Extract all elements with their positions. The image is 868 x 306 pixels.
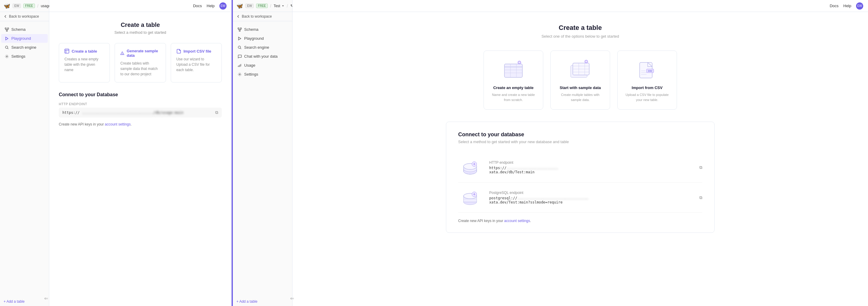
- right-connect-db-subtitle: Select a method to get started with your…: [458, 140, 702, 144]
- left-collapse-btn[interactable]: ⇐: [44, 296, 48, 301]
- right-sidebar-schema[interactable]: Schema: [234, 25, 291, 34]
- right-sidebar-playground[interactable]: Playground: [234, 34, 291, 43]
- right-sidebar-nav: Schema Playground Search engine Chat wit…: [233, 22, 292, 296]
- http-endpoint-label: HTTP endpoint: [489, 161, 692, 165]
- left-sidebar-nav: Schema Playground Search engine Settings: [0, 22, 49, 296]
- sidebar-item-search-engine[interactable]: Search engine: [1, 43, 48, 52]
- empty-table-icon-area: [489, 58, 538, 82]
- left-card-csv-desc: Use our wizard to Upload a CSV file for …: [177, 56, 216, 73]
- right-connect-db-section: Connect to your database Select a method…: [446, 121, 715, 233]
- svg-text:CSV: CSV: [648, 70, 652, 72]
- right-user-badge: EW: [245, 4, 254, 8]
- svg-marker-6: [6, 37, 8, 40]
- right-card-csv-desc: Upload a CSV file to populate your new t…: [622, 92, 672, 102]
- sidebar-item-schema[interactable]: Schema: [1, 25, 48, 34]
- left-card-sample-desc: Create tables with sample data that matc…: [120, 61, 160, 77]
- svg-point-8: [6, 56, 7, 57]
- svg-point-20: [239, 74, 240, 75]
- left-copy-icon[interactable]: ⧉: [215, 110, 218, 115]
- left-http-endpoint: https://................................…: [59, 108, 222, 117]
- right-sidebar-search-engine[interactable]: Search engine: [234, 43, 291, 52]
- left-api-settings-link[interactable]: account settings: [105, 122, 131, 127]
- right-workspace[interactable]: Test: [274, 4, 284, 8]
- right-api-note: Create new API keys in your account sett…: [458, 219, 702, 223]
- right-card-import-csv[interactable]: CSV Import from CSV Upload a CSV file to…: [617, 51, 677, 110]
- svg-rect-21: [504, 64, 522, 77]
- svg-rect-9: [65, 49, 69, 53]
- right-collapse-btn[interactable]: ⇐: [290, 296, 294, 301]
- right-title-area: Create a table Select one of the options…: [307, 24, 854, 38]
- left-section-title: Create a table: [59, 22, 222, 28]
- right-main-title: Create a table: [307, 24, 854, 32]
- right-user-avatar: EW: [856, 2, 863, 9]
- http-endpoint-url: https://........................xata.dev…: [489, 166, 692, 174]
- left-connect-title: Connect to your Database: [59, 92, 222, 98]
- right-topbar: 🦋 EW FREE / Test / main: [233, 0, 292, 12]
- svg-point-19: [238, 46, 241, 48]
- svg-rect-15: [238, 28, 239, 29]
- svg-marker-18: [239, 37, 241, 40]
- left-api-note: Create new API keys in your account sett…: [59, 122, 222, 127]
- right-http-row: HTTP endpoint https://..................…: [458, 152, 702, 183]
- right-docs-link[interactable]: Docs: [830, 4, 839, 8]
- left-card-create-table[interactable]: Create a table Creates a new empty table…: [59, 43, 110, 82]
- right-card-empty-desc: Name and create a new table from scratch…: [489, 92, 538, 102]
- sidebar-item-settings[interactable]: Settings: [1, 52, 48, 61]
- left-card-sample-data[interactable]: Generate sample data Create tables with …: [115, 43, 166, 82]
- http-icon-area: [458, 158, 482, 176]
- left-card-import-csv[interactable]: Import CSV file Use our wizard to Upload…: [171, 43, 222, 82]
- left-card-csv-title: Import CSV file: [184, 49, 211, 54]
- left-user-badge: EW: [12, 4, 21, 8]
- svg-point-12: [291, 4, 291, 5]
- right-add-table[interactable]: + Add a table: [233, 297, 292, 306]
- left-card-create-title: Create a table: [72, 49, 97, 54]
- pg-endpoint-url: postgresql://...........................…: [489, 196, 692, 204]
- left-topbar: 🦋 EW FREE / usage / main: [0, 0, 49, 12]
- left-help-link[interactable]: Help: [207, 4, 215, 8]
- right-main-content: Docs Help EW Create a table Select one o…: [292, 0, 868, 306]
- pg-icon-area: [458, 189, 482, 206]
- right-http-copy-icon[interactable]: ⧉: [700, 165, 702, 170]
- right-connect-db-title: Connect to your database: [458, 132, 702, 138]
- right-logo: 🦋: [237, 3, 243, 9]
- right-card-empty-table[interactable]: Create an empty table Name and create a …: [484, 51, 543, 110]
- right-sidebar-settings[interactable]: Settings: [234, 70, 291, 79]
- svg-point-7: [5, 46, 8, 48]
- svg-rect-16: [240, 28, 242, 29]
- right-pg-row: PostgreSQL endpoint postgresql://.......…: [458, 183, 702, 213]
- import-csv-icon-area: CSV: [622, 58, 672, 82]
- right-api-settings-link[interactable]: account settings: [504, 219, 530, 223]
- left-create-cards: Create a table Creates a new empty table…: [59, 43, 222, 82]
- right-card-sample-desc: Create multiple tables with sample data.: [556, 92, 605, 102]
- left-logo: 🦋: [4, 3, 10, 9]
- left-user-avatar: EW: [219, 2, 226, 9]
- right-sidebar-chat[interactable]: Chat with your data: [234, 52, 291, 61]
- left-card-sample-title: Generate sample data: [127, 49, 160, 58]
- left-free-badge: FREE: [23, 4, 35, 8]
- left-http-label: HTTP endpoint: [59, 102, 222, 106]
- right-card-sample-data[interactable]: Start with sample data Create multiple t…: [550, 51, 610, 110]
- right-card-sample-title: Start with sample data: [556, 85, 605, 90]
- svg-rect-5: [6, 30, 7, 31]
- right-help-link[interactable]: Help: [843, 4, 851, 8]
- left-add-table[interactable]: + Add a table: [0, 297, 49, 306]
- left-section-subtitle: Select a method to get started: [59, 30, 222, 35]
- svg-point-11: [122, 54, 123, 54]
- right-sidebar-usage[interactable]: Usage: [234, 61, 291, 69]
- right-free-badge: FREE: [256, 4, 268, 8]
- left-docs-link[interactable]: Docs: [193, 4, 202, 8]
- right-back-workspace[interactable]: Back to workspace: [233, 12, 292, 21]
- right-main-subtitle: Select one of the options below to get s…: [307, 34, 854, 38]
- left-connect-section: Connect to your Database HTTP endpoint h…: [59, 92, 222, 127]
- svg-rect-17: [239, 30, 240, 31]
- left-main-content: Docs Help EW Create a table Select a met…: [49, 0, 231, 306]
- sample-data-icon-area: [556, 58, 605, 82]
- pg-endpoint-label: PostgreSQL endpoint: [489, 191, 692, 195]
- left-back-workspace[interactable]: Back to workspace: [0, 12, 49, 21]
- right-pg-copy-icon[interactable]: ⧉: [700, 195, 702, 200]
- http-endpoint-info: HTTP endpoint https://..................…: [489, 161, 692, 174]
- right-create-cards: Create an empty table Name and create a …: [307, 51, 854, 110]
- sidebar-item-playground[interactable]: Playground: [1, 34, 48, 43]
- svg-rect-4: [7, 28, 9, 29]
- pg-endpoint-info: PostgreSQL endpoint postgresql://.......…: [489, 191, 692, 204]
